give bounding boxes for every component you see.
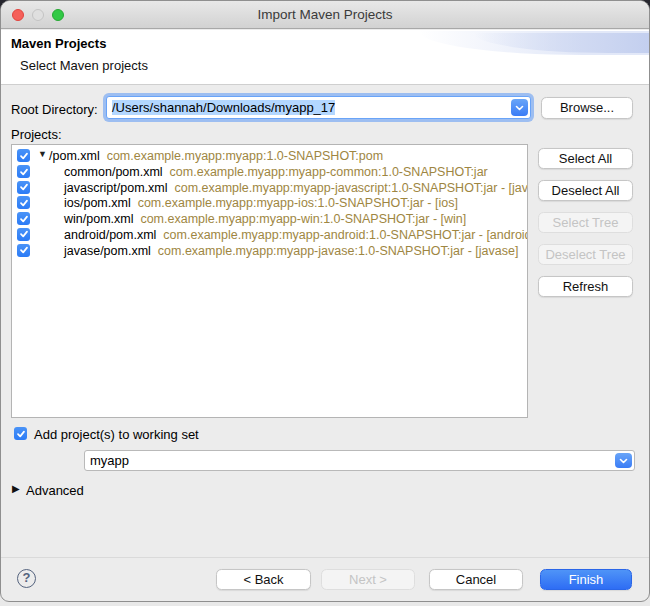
working-set-label[interactable]: Add project(s) to working set <box>34 427 199 442</box>
chevron-down-icon[interactable] <box>511 99 528 116</box>
project-path: common/pom.xml com.example.myapp:myapp-c… <box>64 165 488 179</box>
working-set-combo[interactable]: myapp <box>84 450 635 471</box>
root-directory-value[interactable]: /Users/shannah/Downloads/myapp_17 <box>112 100 335 115</box>
checked-checkbox[interactable] <box>17 228 30 241</box>
projects-list[interactable]: ▼ /pom.xml com.example.myapp:myapp:1.0-S… <box>11 144 528 418</box>
checked-checkbox[interactable] <box>17 212 30 225</box>
project-path: ios/pom.xml com.example.myapp:myapp-ios:… <box>64 196 458 210</box>
project-path: win/pom.xml com.example.myapp:myapp-win:… <box>64 212 466 226</box>
maven-coords: com.example.myapp:myapp-ios:1.0-SNAPSHOT… <box>138 196 458 210</box>
projects-label: Projects: <box>11 127 62 142</box>
checked-checkbox[interactable] <box>17 165 30 178</box>
refresh-button[interactable]: Refresh <box>538 276 633 297</box>
project-row[interactable]: ios/pom.xml com.example.myapp:myapp-ios:… <box>12 195 527 211</box>
checked-checkbox[interactable] <box>17 181 30 194</box>
project-row[interactable]: common/pom.xml com.example.myapp:myapp-c… <box>12 164 527 180</box>
page-title: Maven Projects <box>11 36 106 51</box>
cancel-button[interactable]: Cancel <box>429 569 523 590</box>
project-row[interactable]: android/pom.xml com.example.myapp:myapp-… <box>12 227 527 243</box>
deselect-tree-button: Deselect Tree <box>538 244 633 265</box>
back-button[interactable]: < Back <box>216 569 311 590</box>
advanced-disclosure-icon[interactable]: ▶ <box>12 483 20 494</box>
maven-coords: com.example.myapp:myapp-android:1.0-SNAP… <box>163 228 528 242</box>
project-path: javascript/pom.xml com.example.myapp:mya… <box>64 181 528 195</box>
project-path: android/pom.xml com.example.myapp:myapp-… <box>64 228 528 242</box>
help-icon[interactable]: ? <box>17 569 36 588</box>
browse-button[interactable]: Browse... <box>541 97 633 119</box>
project-row[interactable]: ▼ /pom.xml com.example.myapp:myapp:1.0-S… <box>12 148 527 164</box>
project-row[interactable]: javase/pom.xml com.example.myapp:myapp-j… <box>12 243 527 259</box>
maven-coords: com.example.myapp:myapp-common:1.0-SNAPS… <box>170 165 488 179</box>
import-maven-projects-dialog: Import Maven Projects Maven Projects Sel… <box>0 0 650 602</box>
checked-checkbox[interactable] <box>17 196 30 209</box>
disclosure-triangle-icon[interactable]: ▼ <box>38 149 47 159</box>
project-row[interactable]: win/pom.xml com.example.myapp:myapp-win:… <box>12 211 527 227</box>
project-path: /pom.xml com.example.myapp:myapp:1.0-SNA… <box>49 149 383 163</box>
maven-coords: com.example.myapp:myapp:1.0-SNAPSHOT:pom <box>107 149 384 163</box>
project-row[interactable]: javascript/pom.xml com.example.myapp:mya… <box>12 180 527 196</box>
next-button: Next > <box>321 569 415 590</box>
checked-checkbox[interactable] <box>17 149 30 162</box>
titlebar[interactable]: Import Maven Projects <box>1 1 649 29</box>
maven-coords: com.example.myapp:myapp-javase:1.0-SNAPS… <box>158 244 519 258</box>
checked-checkbox[interactable] <box>17 244 30 257</box>
root-directory-combo[interactable]: /Users/shannah/Downloads/myapp_17 <box>106 96 531 119</box>
working-set-checkbox[interactable] <box>14 427 27 440</box>
window-title: Import Maven Projects <box>1 7 649 22</box>
finish-button[interactable]: Finish <box>540 569 632 590</box>
advanced-section-label[interactable]: Advanced <box>26 483 84 498</box>
deselect-all-button[interactable]: Deselect All <box>538 180 633 201</box>
root-directory-label: Root Directory: <box>11 102 98 117</box>
project-path: javase/pom.xml com.example.myapp:myapp-j… <box>64 244 518 258</box>
wizard-header: Maven Projects Select Maven projects <box>1 30 649 85</box>
select-all-button[interactable]: Select All <box>538 148 633 169</box>
maven-coords: com.example.myapp:myapp-javascript:1.0-S… <box>174 181 528 195</box>
page-subtitle: Select Maven projects <box>20 58 148 73</box>
chevron-down-icon[interactable] <box>615 453 632 468</box>
working-set-value[interactable]: myapp <box>90 453 129 468</box>
select-tree-button: Select Tree <box>538 212 633 233</box>
footer-separator <box>1 557 649 558</box>
maven-coords: com.example.myapp:myapp-win:1.0-SNAPSHOT… <box>140 212 466 226</box>
